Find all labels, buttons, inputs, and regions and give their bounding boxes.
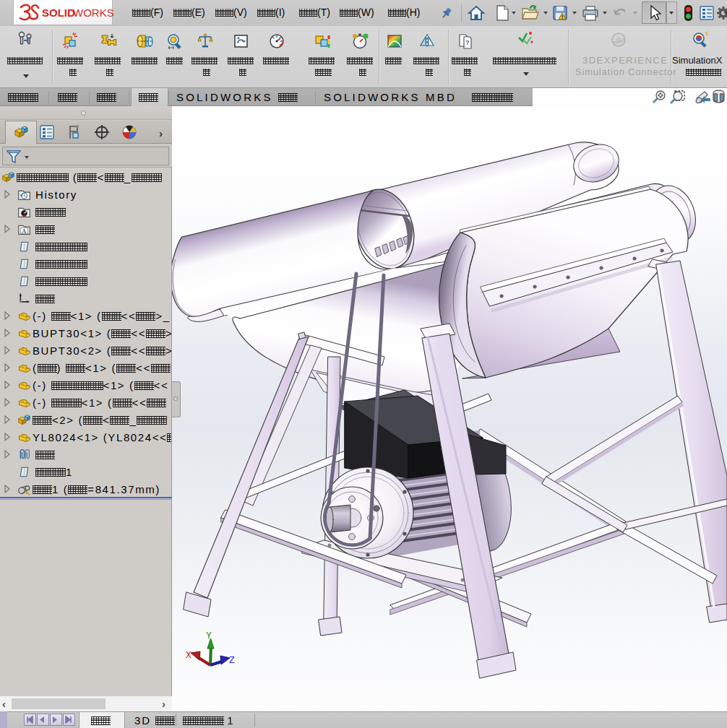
svg-text:?: ? — [465, 39, 470, 46]
svg-text:X: X — [186, 650, 192, 661]
svg-text:Y: Y — [206, 630, 212, 641]
svg-text:A: A — [22, 228, 26, 235]
svg-text:Z: Z — [229, 655, 235, 666]
